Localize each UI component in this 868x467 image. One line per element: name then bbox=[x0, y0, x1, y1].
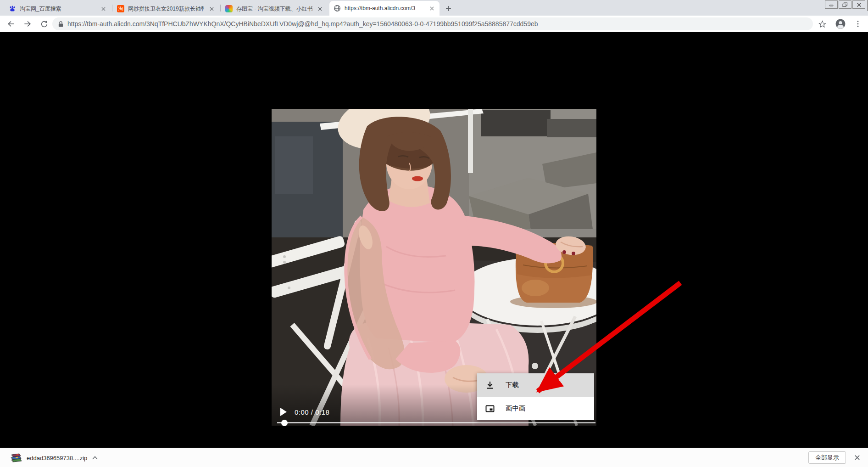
plus-icon bbox=[445, 6, 451, 11]
menu-item-picture-in-picture[interactable]: 画中画 bbox=[477, 397, 594, 420]
download-icon bbox=[485, 381, 495, 390]
close-button[interactable] bbox=[852, 0, 865, 9]
tab-separator bbox=[112, 5, 112, 11]
tab-cuntubao[interactable]: 存图宝 - 淘宝视频下载、小红书 bbox=[221, 2, 328, 16]
tab-close-icon[interactable] bbox=[208, 5, 215, 12]
play-button[interactable] bbox=[280, 407, 287, 416]
rar-archive-icon bbox=[10, 452, 22, 464]
globe-icon bbox=[334, 5, 341, 12]
tab-title: 存图宝 - 淘宝视频下载、小红书 bbox=[236, 5, 312, 13]
download-filename: eddad369659738....zip bbox=[27, 455, 87, 461]
tab-baidu-search[interactable]: 淘宝网_百度搜索 bbox=[5, 2, 111, 16]
tab-title: 淘宝网_百度搜索 bbox=[20, 5, 96, 13]
tab-video-active[interactable]: https://tbm-auth.alicdn.com/3 bbox=[329, 1, 440, 16]
reload-button[interactable] bbox=[39, 18, 50, 29]
tab-title: https://tbm-auth.alicdn.com/3 bbox=[345, 5, 424, 11]
back-button[interactable] bbox=[6, 18, 17, 29]
close-icon bbox=[854, 455, 860, 461]
tab-close-icon[interactable] bbox=[316, 5, 323, 12]
avatar-icon bbox=[835, 18, 846, 29]
tab-close-icon[interactable] bbox=[100, 5, 107, 12]
restore-button[interactable] bbox=[839, 0, 851, 9]
download-item[interactable]: eddad369659738....zip bbox=[6, 450, 102, 465]
three-dot-menu-icon bbox=[854, 20, 862, 28]
video-context-menu: 下载 画中画 bbox=[477, 373, 594, 420]
minimize-button[interactable] bbox=[825, 0, 838, 9]
address-bar[interactable]: https://tbm-auth.alicdn.com/3NqTfPHCUbZh… bbox=[52, 17, 813, 30]
baidu-paw-icon bbox=[9, 5, 16, 12]
lock-icon bbox=[58, 21, 64, 28]
show-all-downloads-button[interactable]: 全部显示 bbox=[808, 451, 846, 464]
bookmark-star-button[interactable] bbox=[817, 18, 828, 29]
menu-item-label: 画中画 bbox=[506, 404, 526, 413]
browser-toolbar: https://tbm-auth.alicdn.com/3NqTfPHCUbZh… bbox=[0, 16, 868, 32]
chevron-up-icon[interactable] bbox=[92, 456, 98, 460]
forward-arrow-icon bbox=[23, 19, 32, 28]
shelf-close-button[interactable] bbox=[852, 453, 862, 462]
profile-avatar-button[interactable] bbox=[835, 18, 846, 29]
picture-in-picture-icon bbox=[485, 404, 495, 413]
video-progress-thumb[interactable] bbox=[281, 420, 288, 426]
tab-close-icon[interactable] bbox=[428, 5, 435, 12]
download-shelf: eddad369659738....zip 全部显示 bbox=[0, 448, 868, 467]
menu-item-label: 下载 bbox=[506, 381, 519, 389]
tab-taobao-product[interactable]: 淘 网纱拼接卫衣女2019新款长袖韩 bbox=[113, 2, 219, 16]
page-content: 0:00 / 0:18 下载 画中画 bbox=[0, 32, 868, 448]
menu-item-download[interactable]: 下载 bbox=[477, 373, 594, 397]
tab-separator bbox=[220, 5, 221, 11]
taobao-icon: 淘 bbox=[117, 5, 124, 12]
video-time-label: 0:00 / 0:18 bbox=[295, 408, 329, 416]
video-progress-bar[interactable] bbox=[277, 422, 595, 423]
shelf-separator bbox=[109, 451, 109, 464]
reload-icon bbox=[40, 20, 49, 28]
url-text: https://tbm-auth.alicdn.com/3NqTfPHCUbZh… bbox=[67, 20, 538, 28]
cuntubao-icon bbox=[225, 5, 233, 12]
back-arrow-icon bbox=[6, 19, 16, 28]
window-controls bbox=[825, 0, 865, 9]
chrome-menu-button[interactable] bbox=[852, 18, 863, 29]
tab-title: 网纱拼接卫衣女2019新款长袖韩 bbox=[128, 5, 204, 13]
tab-strip: 淘宝网_百度搜索 淘 网纱拼接卫衣女2019新款长袖韩 存图宝 - 淘宝视频下载… bbox=[0, 0, 868, 16]
forward-button[interactable] bbox=[22, 18, 33, 29]
star-icon bbox=[818, 20, 827, 28]
new-tab-button[interactable] bbox=[442, 3, 454, 13]
